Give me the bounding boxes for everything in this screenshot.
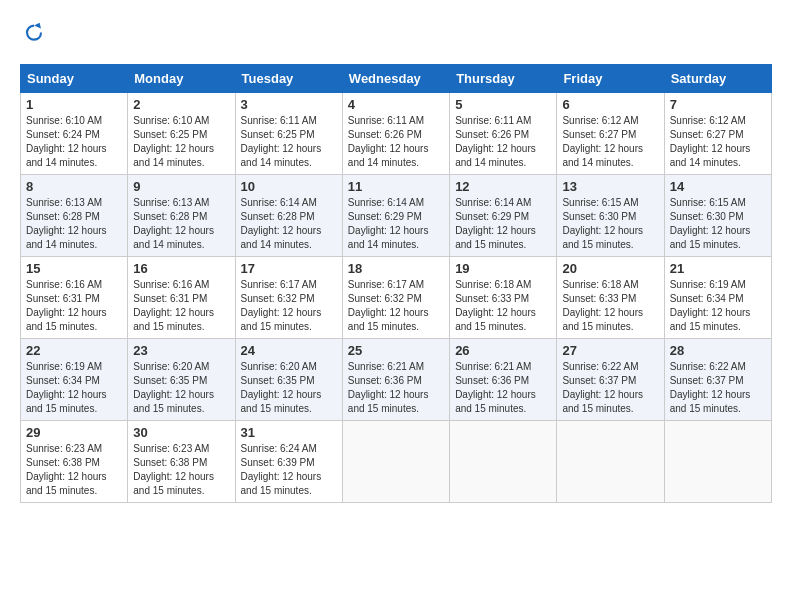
- day-number: 7: [670, 97, 766, 112]
- day-cell: 28 Sunrise: 6:22 AM Sunset: 6:37 PM Dayl…: [664, 339, 771, 421]
- empty-cell: [557, 421, 664, 503]
- day-number: 23: [133, 343, 229, 358]
- day-cell: 25 Sunrise: 6:21 AM Sunset: 6:36 PM Dayl…: [342, 339, 449, 421]
- day-cell: 10 Sunrise: 6:14 AM Sunset: 6:28 PM Dayl…: [235, 175, 342, 257]
- calendar-row: 8 Sunrise: 6:13 AM Sunset: 6:28 PM Dayli…: [21, 175, 772, 257]
- day-info: Sunrise: 6:23 AM Sunset: 6:38 PM Dayligh…: [26, 442, 122, 498]
- day-number: 22: [26, 343, 122, 358]
- col-thursday: Thursday: [450, 65, 557, 93]
- day-number: 11: [348, 179, 444, 194]
- day-cell: 18 Sunrise: 6:17 AM Sunset: 6:32 PM Dayl…: [342, 257, 449, 339]
- day-info: Sunrise: 6:21 AM Sunset: 6:36 PM Dayligh…: [455, 360, 551, 416]
- day-cell: 2 Sunrise: 6:10 AM Sunset: 6:25 PM Dayli…: [128, 93, 235, 175]
- day-number: 2: [133, 97, 229, 112]
- day-number: 25: [348, 343, 444, 358]
- col-wednesday: Wednesday: [342, 65, 449, 93]
- day-info: Sunrise: 6:14 AM Sunset: 6:29 PM Dayligh…: [348, 196, 444, 252]
- day-info: Sunrise: 6:12 AM Sunset: 6:27 PM Dayligh…: [562, 114, 658, 170]
- day-cell: 20 Sunrise: 6:18 AM Sunset: 6:33 PM Dayl…: [557, 257, 664, 339]
- day-cell: 23 Sunrise: 6:20 AM Sunset: 6:35 PM Dayl…: [128, 339, 235, 421]
- day-info: Sunrise: 6:19 AM Sunset: 6:34 PM Dayligh…: [670, 278, 766, 334]
- day-cell: 1 Sunrise: 6:10 AM Sunset: 6:24 PM Dayli…: [21, 93, 128, 175]
- day-number: 24: [241, 343, 337, 358]
- col-monday: Monday: [128, 65, 235, 93]
- day-cell: 31 Sunrise: 6:24 AM Sunset: 6:39 PM Dayl…: [235, 421, 342, 503]
- day-number: 31: [241, 425, 337, 440]
- empty-cell: [342, 421, 449, 503]
- day-info: Sunrise: 6:22 AM Sunset: 6:37 PM Dayligh…: [562, 360, 658, 416]
- day-cell: 22 Sunrise: 6:19 AM Sunset: 6:34 PM Dayl…: [21, 339, 128, 421]
- day-info: Sunrise: 6:17 AM Sunset: 6:32 PM Dayligh…: [348, 278, 444, 334]
- day-cell: 24 Sunrise: 6:20 AM Sunset: 6:35 PM Dayl…: [235, 339, 342, 421]
- day-info: Sunrise: 6:10 AM Sunset: 6:25 PM Dayligh…: [133, 114, 229, 170]
- day-number: 18: [348, 261, 444, 276]
- day-cell: 30 Sunrise: 6:23 AM Sunset: 6:38 PM Dayl…: [128, 421, 235, 503]
- day-number: 5: [455, 97, 551, 112]
- calendar-header-row: Sunday Monday Tuesday Wednesday Thursday…: [21, 65, 772, 93]
- col-tuesday: Tuesday: [235, 65, 342, 93]
- day-cell: 12 Sunrise: 6:14 AM Sunset: 6:29 PM Dayl…: [450, 175, 557, 257]
- day-number: 28: [670, 343, 766, 358]
- day-number: 12: [455, 179, 551, 194]
- calendar-row: 15 Sunrise: 6:16 AM Sunset: 6:31 PM Dayl…: [21, 257, 772, 339]
- day-cell: 11 Sunrise: 6:14 AM Sunset: 6:29 PM Dayl…: [342, 175, 449, 257]
- day-info: Sunrise: 6:12 AM Sunset: 6:27 PM Dayligh…: [670, 114, 766, 170]
- day-cell: 29 Sunrise: 6:23 AM Sunset: 6:38 PM Dayl…: [21, 421, 128, 503]
- day-number: 19: [455, 261, 551, 276]
- day-cell: 15 Sunrise: 6:16 AM Sunset: 6:31 PM Dayl…: [21, 257, 128, 339]
- day-cell: 3 Sunrise: 6:11 AM Sunset: 6:25 PM Dayli…: [235, 93, 342, 175]
- day-number: 8: [26, 179, 122, 194]
- day-number: 29: [26, 425, 122, 440]
- day-cell: 17 Sunrise: 6:17 AM Sunset: 6:32 PM Dayl…: [235, 257, 342, 339]
- day-info: Sunrise: 6:22 AM Sunset: 6:37 PM Dayligh…: [670, 360, 766, 416]
- day-info: Sunrise: 6:14 AM Sunset: 6:28 PM Dayligh…: [241, 196, 337, 252]
- day-cell: 19 Sunrise: 6:18 AM Sunset: 6:33 PM Dayl…: [450, 257, 557, 339]
- day-cell: 7 Sunrise: 6:12 AM Sunset: 6:27 PM Dayli…: [664, 93, 771, 175]
- day-cell: 27 Sunrise: 6:22 AM Sunset: 6:37 PM Dayl…: [557, 339, 664, 421]
- empty-cell: [664, 421, 771, 503]
- day-number: 15: [26, 261, 122, 276]
- empty-cell: [450, 421, 557, 503]
- day-info: Sunrise: 6:13 AM Sunset: 6:28 PM Dayligh…: [133, 196, 229, 252]
- day-info: Sunrise: 6:18 AM Sunset: 6:33 PM Dayligh…: [455, 278, 551, 334]
- day-number: 21: [670, 261, 766, 276]
- col-sunday: Sunday: [21, 65, 128, 93]
- day-info: Sunrise: 6:16 AM Sunset: 6:31 PM Dayligh…: [26, 278, 122, 334]
- col-friday: Friday: [557, 65, 664, 93]
- day-number: 13: [562, 179, 658, 194]
- col-saturday: Saturday: [664, 65, 771, 93]
- day-info: Sunrise: 6:20 AM Sunset: 6:35 PM Dayligh…: [241, 360, 337, 416]
- day-info: Sunrise: 6:15 AM Sunset: 6:30 PM Dayligh…: [670, 196, 766, 252]
- day-number: 30: [133, 425, 229, 440]
- day-number: 3: [241, 97, 337, 112]
- logo-icon: [20, 20, 48, 48]
- day-cell: 13 Sunrise: 6:15 AM Sunset: 6:30 PM Dayl…: [557, 175, 664, 257]
- calendar-table: Sunday Monday Tuesday Wednesday Thursday…: [20, 64, 772, 503]
- day-info: Sunrise: 6:17 AM Sunset: 6:32 PM Dayligh…: [241, 278, 337, 334]
- day-number: 20: [562, 261, 658, 276]
- day-info: Sunrise: 6:20 AM Sunset: 6:35 PM Dayligh…: [133, 360, 229, 416]
- day-number: 1: [26, 97, 122, 112]
- day-number: 17: [241, 261, 337, 276]
- day-number: 6: [562, 97, 658, 112]
- day-info: Sunrise: 6:23 AM Sunset: 6:38 PM Dayligh…: [133, 442, 229, 498]
- day-info: Sunrise: 6:16 AM Sunset: 6:31 PM Dayligh…: [133, 278, 229, 334]
- logo: [20, 20, 52, 48]
- calendar-row: 1 Sunrise: 6:10 AM Sunset: 6:24 PM Dayli…: [21, 93, 772, 175]
- day-info: Sunrise: 6:11 AM Sunset: 6:26 PM Dayligh…: [455, 114, 551, 170]
- page-header: [20, 20, 772, 48]
- day-info: Sunrise: 6:14 AM Sunset: 6:29 PM Dayligh…: [455, 196, 551, 252]
- day-cell: 14 Sunrise: 6:15 AM Sunset: 6:30 PM Dayl…: [664, 175, 771, 257]
- day-info: Sunrise: 6:24 AM Sunset: 6:39 PM Dayligh…: [241, 442, 337, 498]
- day-info: Sunrise: 6:10 AM Sunset: 6:24 PM Dayligh…: [26, 114, 122, 170]
- day-number: 26: [455, 343, 551, 358]
- day-info: Sunrise: 6:15 AM Sunset: 6:30 PM Dayligh…: [562, 196, 658, 252]
- day-cell: 26 Sunrise: 6:21 AM Sunset: 6:36 PM Dayl…: [450, 339, 557, 421]
- day-cell: 21 Sunrise: 6:19 AM Sunset: 6:34 PM Dayl…: [664, 257, 771, 339]
- calendar-row: 29 Sunrise: 6:23 AM Sunset: 6:38 PM Dayl…: [21, 421, 772, 503]
- day-number: 4: [348, 97, 444, 112]
- day-number: 14: [670, 179, 766, 194]
- day-info: Sunrise: 6:13 AM Sunset: 6:28 PM Dayligh…: [26, 196, 122, 252]
- calendar-row: 22 Sunrise: 6:19 AM Sunset: 6:34 PM Dayl…: [21, 339, 772, 421]
- day-cell: 5 Sunrise: 6:11 AM Sunset: 6:26 PM Dayli…: [450, 93, 557, 175]
